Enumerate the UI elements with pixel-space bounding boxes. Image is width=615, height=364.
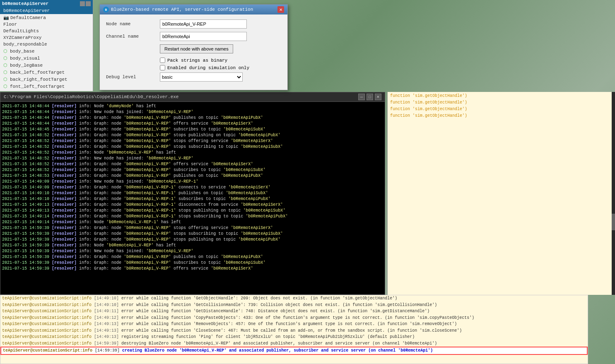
scene-item-floor[interactable]: Floor <box>0 21 93 28</box>
scene-item-back-right-foottarget[interactable]: ⬡ back_right_footTarget <box>0 76 93 83</box>
terminal-line: 2021-07-15 14:59:39 [resolver] info: Gra… <box>2 231 383 237</box>
scene-panel: b0RemoteApiServer b0RemoteApiServer 📷 De… <box>0 0 93 91</box>
scene-item-defaultcamera[interactable]: 📷 DefaultCamera <box>0 14 93 21</box>
pack-strings-row: Pack strings as binary <box>106 58 281 63</box>
terminal-line: 2021-07-15 14:48:44 [resolver] info: New… <box>2 109 383 115</box>
scene-item-body-respondable[interactable]: body_respondable <box>0 41 93 48</box>
right-panel-line: function 'sim.getObjectHandle') <box>388 99 614 106</box>
pin-icon[interactable] <box>80 1 85 6</box>
terminal-line: 2021-07-15 14:48:52 [resolver] info: Gra… <box>2 133 383 138</box>
enabled-simulation-checkbox[interactable] <box>160 65 165 70</box>
dialog-title-left: B BlueZero-based remote API, server-side… <box>103 7 253 12</box>
terminal-scrollbar[interactable] <box>612 92 615 295</box>
scene-panel-title: b0RemoteApiServer <box>2 1 48 6</box>
terminal-line: 2021-07-15 14:49:09 [resolver] info: Gra… <box>2 185 383 190</box>
log-line: teApiServer@customizationScript:info [14… <box>0 321 588 328</box>
terminal-line: 2021-07-15 14:49:09 [resolver] info: New… <box>2 179 383 185</box>
terminal-line: 2021-07-15 14:59:39 [resolver] info: Gra… <box>2 237 383 243</box>
channel-name-label: Channel name <box>106 34 160 39</box>
terminal-line: 2021-07-15 14:59:39 [resolver] info: Nod… <box>2 243 383 248</box>
debug-level-select[interactable]: basic verbose trace <box>160 72 243 82</box>
terminal-line: 2021-07-15 14:48:44 [resolver] info: Nod… <box>2 104 383 109</box>
body-base-icon: ⬡ <box>3 48 7 54</box>
right-panel: function 'sim.getObjectHandle')function … <box>387 92 615 295</box>
body-visual-icon: ⬡ <box>3 55 7 61</box>
node-name-label: Node name <box>106 22 160 27</box>
right-panel-line: function 'sim.getObjectHandle') <box>388 113 614 119</box>
dialog-title-bar[interactable]: B BlueZero-based remote API, server-side… <box>100 5 287 14</box>
terminal-line: 2021-07-15 14:48:52 [resolver] info: New… <box>2 156 383 162</box>
terminal-line: 2021-07-15 14:48:52 [resolver] info: Nod… <box>2 150 383 156</box>
font-left-foot-icon: ⬡ <box>3 84 7 89</box>
pack-strings-checkbox[interactable] <box>160 58 165 63</box>
camera-icon: 📷 <box>3 15 9 20</box>
terminal-line: 2021-07-15 14:48:52 [resolver] info: Gra… <box>2 144 383 150</box>
back-right-foot-icon: ⬡ <box>3 77 7 82</box>
log-line: teApiServer@customizationScript:info [14… <box>0 340 588 347</box>
terminal-line: 2021-07-15 14:49:10 [resolver] info: Gra… <box>2 190 383 196</box>
terminal-title-bar[interactable]: C:\Program Files\CoppeliaRobotics\Coppel… <box>0 92 385 102</box>
log-panel: teApiServer@customizationScript:info [14… <box>0 295 588 364</box>
pack-strings-label: Pack strings as binary <box>167 58 227 63</box>
terminal-maximize-button[interactable]: □ <box>367 94 373 100</box>
terminal-line: 2021-07-15 14:48:52 [resolver] info: Gra… <box>2 167 383 173</box>
enabled-simulation-label: Enabled during simulation only <box>167 65 249 70</box>
dialog-body: Node name Channel name Restart node with… <box>100 14 287 90</box>
terminal-line: 2021-07-15 14:48:52 [resolver] info: Gra… <box>2 162 383 167</box>
body-legbase-icon: ⬡ <box>3 63 7 68</box>
terminal-line: 2021-07-15 14:49:13 [resolver] info: Gra… <box>2 208 383 214</box>
terminal-path: C:\Program Files\CoppeliaRobotics\Coppel… <box>4 94 178 99</box>
terminal-window: C:\Program Files\CoppeliaRobotics\Coppel… <box>0 92 385 295</box>
terminal-minimize-button[interactable]: ─ <box>358 94 365 100</box>
terminal-line: 2021-07-15 14:48:45 [resolver] info: Gra… <box>2 127 383 133</box>
back-left-foot-icon: ⬡ <box>3 70 7 75</box>
terminal-line: 2021-07-15 14:49:13 [resolver] info: Gra… <box>2 202 383 208</box>
terminal-line: 2021-07-15 14:48:44 [resolver] info: Gra… <box>2 121 383 127</box>
scene-item-body-visual[interactable]: ⬡ body_visual <box>0 55 93 62</box>
terminal-scrollbar-thumb[interactable] <box>612 214 615 230</box>
bluezero-dialog: B BlueZero-based remote API, server-side… <box>99 4 288 90</box>
channel-name-row: Channel name <box>106 32 281 41</box>
enabled-simulation-row: Enabled during simulation only <box>106 65 281 70</box>
log-line: teApiServer@customizationScript:info [14… <box>0 347 588 355</box>
terminal-line: 2021-07-15 14:48:44 [resolver] info: Gra… <box>2 115 383 121</box>
log-line: teApiServer@customizationScript:info [14… <box>0 315 588 321</box>
terminal-line: 2021-07-15 14:59:39 [resolver] info: Gra… <box>2 260 383 266</box>
scene-item-b0remoteapiserver[interactable]: b0RemoteApiServer <box>0 7 93 14</box>
dialog-title-text: BlueZero-based remote API, server-side c… <box>111 7 253 12</box>
node-name-input[interactable] <box>160 19 247 29</box>
terminal-controls: ─ □ ✕ <box>358 94 381 100</box>
dialog-close-button[interactable]: ✕ <box>277 6 284 13</box>
scene-item-body-base[interactable]: ⬡ body_base <box>0 48 93 55</box>
channel-name-input[interactable] <box>160 32 247 41</box>
log-line: teApiServer@customizationScript:info [14… <box>0 328 588 334</box>
terminal-line: 2021-07-15 14:59:39 [resolver] info: Gra… <box>2 254 383 260</box>
bluezero-icon: B <box>103 7 109 12</box>
right-panel-line: function 'sim.getObjectHandle') <box>388 106 614 113</box>
expand-icon[interactable] <box>86 1 91 6</box>
debug-level-label: Debug level <box>106 75 160 80</box>
scene-item-body-legbase[interactable]: ⬡ body_legBase <box>0 62 93 69</box>
restart-node-button[interactable]: Restart node with above names <box>160 44 233 53</box>
terminal-close-button[interactable]: ✕ <box>375 94 381 100</box>
terminal-content[interactable]: 2021-07-15 14:48:44 [resolver] info: Nod… <box>0 102 385 294</box>
terminal-line: 2021-07-15 14:49:10 [resolver] info: Gra… <box>2 196 383 202</box>
right-panel-line: function 'sim.getObjectHandle') <box>388 93 614 99</box>
scene-item-font-left-foottarget[interactable]: ⬡ font_left_footTarget <box>0 83 93 90</box>
scene-panel-header: b0RemoteApiServer <box>0 0 93 7</box>
scene-item-back-left-foottarget[interactable]: ⬡ back_left_footTarget <box>0 69 93 76</box>
terminal-line: 2021-07-15 14:59:39 [resolver] info: Gra… <box>2 225 383 231</box>
scene-item-defaultlights[interactable]: DefaultLights <box>0 28 93 34</box>
node-name-row: Node name <box>106 19 281 29</box>
log-line: teApiServer@customizationScript:info [14… <box>0 334 588 340</box>
terminal-line: 2021-07-15 14:59:39 [resolver] info: Gra… <box>2 266 383 272</box>
terminal-line: 2021-07-15 14:48:53 [resolver] info: Gra… <box>2 173 383 179</box>
log-line: teApiServer@customizationScript:info [14… <box>0 295 588 302</box>
scene-item-xyzcameraproxy[interactable]: XYZCameraProxy <box>0 34 93 41</box>
log-line: teApiServer@customizationScript:info [14… <box>0 302 588 309</box>
terminal-line: 2021-07-15 14:49:14 [resolver] info: Nod… <box>2 219 383 225</box>
terminal-line: 2021-07-15 14:49:14 [resolver] info: Gra… <box>2 214 383 219</box>
terminal-line: 2021-07-15 14:59:39 [resolver] info: New… <box>2 248 383 254</box>
scene-panel-icons <box>80 1 91 6</box>
log-line: teApiServer@customizationScript:info [14… <box>0 308 588 315</box>
